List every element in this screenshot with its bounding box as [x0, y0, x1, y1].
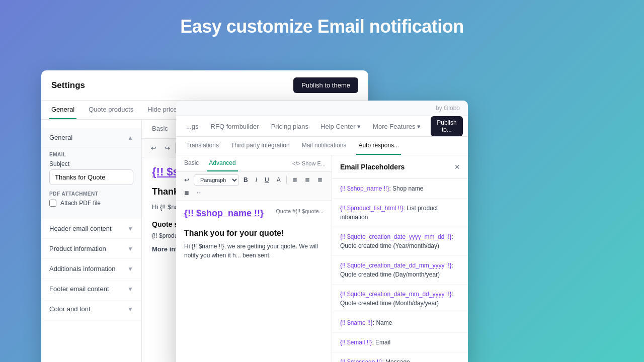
sidebar-product-label: Product information: [49, 245, 106, 252]
placeholder-item: {!! $name !!}: Name: [332, 313, 468, 333]
overlay-align-right-button[interactable]: ≣: [314, 174, 326, 186]
page-title: Easy customize Email notification: [0, 0, 644, 51]
overlay-align-center-button[interactable]: ≣: [302, 174, 313, 186]
settings-header: Settings Publish to theme: [41, 70, 368, 101]
sidebar-additionals-label: Additionals information: [49, 265, 116, 273]
overlay-bold-button[interactable]: B: [240, 174, 251, 186]
overlay-panel-header: by Globo: [176, 101, 468, 116]
overlay-tab-advanced[interactable]: Advanced: [207, 155, 237, 171]
overlay-color-button[interactable]: A: [274, 174, 284, 186]
overlay-align-left-button[interactable]: ≣: [289, 174, 300, 186]
overlay-shop-name-placeholder: {!! $shop_name !!}: [184, 208, 264, 219]
sidebar-header-label: Header email content: [49, 225, 112, 232]
sidebar: General ▲ EMAIL Subject PDF ATTACHMENT A…: [41, 120, 142, 362]
placeholder-code: {!! $shop_name !!}: [340, 185, 389, 192]
overlay-toolbar: ↩ Paragraph B I U A ≣ ≣ ≣ ≣ ···: [176, 172, 332, 201]
placeholder-item: {!! $quote_creation_date_mm_dd_yyyy !!}:…: [332, 285, 468, 313]
tab-hide-price[interactable]: Hide price: [145, 101, 179, 119]
placeholder-item: {!! $product_list_html !!}: List product…: [332, 199, 468, 227]
placeholder-code: {!! $quote_creation_date_yyyy_mm_dd !!}: [340, 233, 451, 240]
pdf-checkbox-label: Attach PDF file: [60, 200, 101, 207]
placeholder-code: {!! $email !!}: [340, 339, 372, 346]
pdf-checkbox[interactable]: [49, 200, 56, 207]
email-form-group: EMAIL Subject: [49, 152, 133, 185]
overlay-header-row: {!! $shop_name !!} Quote #{!! $quote...: [184, 208, 324, 221]
overlay-tab-nav: Translations Third party integration Mai…: [176, 137, 468, 155]
overlay-italic-button[interactable]: I: [253, 174, 260, 186]
undo-button[interactable]: ↩: [148, 142, 159, 154]
email-label: EMAIL: [49, 152, 133, 157]
overlay-editor: Basic Advanced </> Show E... ↩ Paragraph…: [176, 155, 332, 362]
chevron-down-icon-product: ▼: [127, 245, 133, 252]
placeholder-item: {!! $quote_creation_date_yyyy_mm_dd !!}:…: [332, 227, 468, 256]
overlay-nav-rfq[interactable]: RFQ formbuilder: [209, 118, 261, 135]
tab-quote-products[interactable]: Quote products: [87, 101, 135, 119]
placeholders-header: Email Placeholders ×: [332, 155, 468, 179]
overlay-editor-tab-group: Basic Advanced: [182, 155, 238, 171]
placeholder-desc: : Message: [382, 358, 410, 362]
sidebar-general-label: General: [49, 134, 72, 141]
placeholder-item: {!! $message !!}: Message: [332, 352, 468, 362]
overlay-top-nav: ...gs RFQ formbuilder Pricing plans Help…: [176, 116, 468, 137]
sidebar-item-footer[interactable]: Footer email content ▼: [41, 279, 141, 299]
overlay-layout: Basic Advanced </> Show E... ↩ Paragraph…: [176, 155, 468, 362]
tab-general[interactable]: General: [49, 101, 76, 119]
sidebar-item-color[interactable]: Color and font ▼: [41, 299, 141, 319]
chevron-down-icon-color: ▼: [127, 306, 133, 313]
overlay-panel: by Globo ...gs RFQ formbuilder Pricing p…: [176, 101, 468, 362]
overlay-quote-ref: Quote #{!! $quote...: [276, 208, 324, 214]
sidebar-item-header[interactable]: Header email content ▼: [41, 219, 141, 239]
settings-panel-title: Settings: [51, 80, 85, 90]
by-globo-label: by Globo: [436, 105, 460, 112]
sidebar-color-label: Color and font: [49, 305, 91, 313]
overlay-editor-content: {!! $shop_name !!} Quote #{!! $quote... …: [176, 201, 332, 362]
overlay-nav-help[interactable]: Help Center ▾: [318, 118, 363, 135]
placeholders-title: Email Placeholders: [340, 163, 405, 171]
overlay-tab-translations[interactable]: Translations: [184, 137, 221, 155]
placeholder-code: {!! $quote_creation_date_mm_dd_yyyy !!}: [340, 291, 451, 298]
overlay-tab-basic[interactable]: Basic: [182, 155, 201, 171]
chevron-down-icon-footer: ▼: [127, 286, 133, 293]
overlay-tab-third-party[interactable]: Third party integration: [229, 137, 292, 155]
overlay-more-button[interactable]: ···: [194, 187, 205, 198]
overlay-justify-button[interactable]: ≣: [181, 187, 192, 198]
chevron-up-icon: ▲: [127, 134, 133, 141]
close-placeholders-button[interactable]: ×: [454, 162, 460, 171]
placeholder-item: {!! $quote_creation_date_dd_mm_yyyy !!}:…: [332, 256, 468, 285]
pdf-form-group: PDF ATTACHMENT Attach PDF file: [49, 191, 133, 207]
placeholder-desc: : Name: [373, 319, 392, 326]
overlay-nav-features[interactable]: More Features ▾: [371, 118, 423, 135]
overlay-email-body: Hi {!! $name !!}, we are getting your qu…: [184, 242, 324, 260]
placeholders-panel: Email Placeholders × {!! $shop_name !!}:…: [332, 155, 468, 362]
overlay-nav-pricing[interactable]: Pricing plans: [269, 118, 310, 135]
show-editor-button[interactable]: </> Show E...: [292, 160, 326, 166]
placeholder-item: {!! $shop_name !!}: Shop name: [332, 179, 468, 199]
sidebar-footer-label: Footer email content: [49, 285, 109, 293]
placeholders-list: {!! $shop_name !!}: Shop name{!! $produc…: [332, 179, 468, 362]
placeholder-code: {!! $quote_creation_date_dd_mm_yyyy !!}: [340, 262, 451, 269]
subject-input[interactable]: [49, 169, 133, 185]
overlay-paragraph-select[interactable]: Paragraph: [194, 174, 239, 186]
overlay-underline-button[interactable]: U: [262, 174, 272, 186]
sidebar-general-content: EMAIL Subject PDF ATTACHMENT Attach PDF …: [41, 148, 141, 219]
tab-basic[interactable]: Basic: [150, 120, 170, 138]
sidebar-item-product[interactable]: Product information ▼: [41, 239, 141, 259]
sidebar-item-general[interactable]: General ▲: [41, 128, 141, 148]
overlay-tab-auto-response[interactable]: Auto respons...: [356, 137, 401, 155]
placeholder-item: {!! $email !!}: Email: [332, 333, 468, 352]
placeholder-desc: : Shop name: [389, 185, 423, 192]
pdf-checkbox-row: Attach PDF file: [49, 200, 133, 207]
pdf-label: PDF ATTACHMENT: [49, 191, 133, 197]
redo-button[interactable]: ↪: [162, 142, 173, 154]
overlay-undo-button[interactable]: ↩: [181, 174, 192, 186]
overlay-publish-button[interactable]: Publish to...: [431, 116, 462, 136]
overlay-nav-settings[interactable]: ...gs: [184, 118, 201, 135]
placeholder-code: {!! $name !!}: [340, 319, 373, 326]
publish-button[interactable]: Publish to theme: [293, 77, 358, 93]
overlay-email-heading: Thank you for your quote!: [184, 225, 324, 238]
sidebar-item-additionals[interactable]: Additionals information ▼: [41, 259, 141, 279]
overlay-tab-mail[interactable]: Mail notifications: [300, 137, 349, 155]
chevron-down-icon-header: ▼: [127, 225, 133, 232]
subject-sublabel: Subject: [49, 160, 133, 167]
placeholder-desc: : Email: [372, 339, 390, 346]
